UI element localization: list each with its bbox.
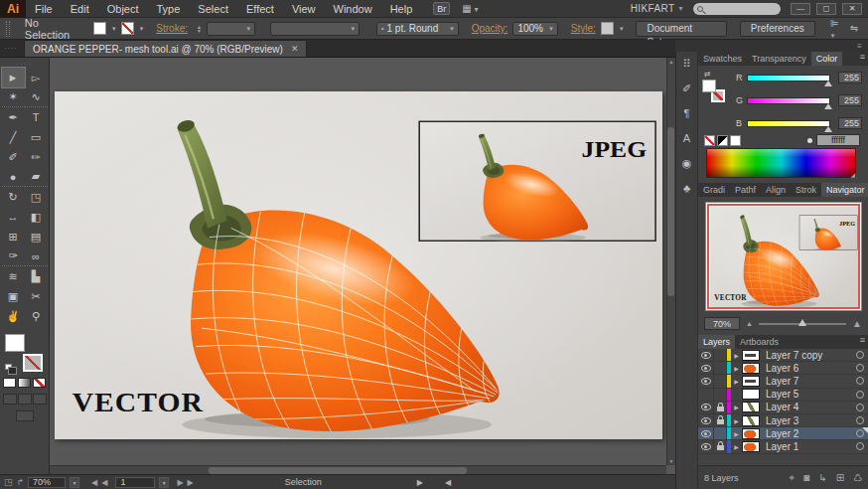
screen-mode-button[interactable] [16, 410, 34, 421]
color-guide-panel-icon[interactable]: ◉ [678, 155, 696, 171]
scroll-right-icon[interactable]: ▶ [417, 478, 423, 487]
gradient-tool[interactable]: ▤ [25, 227, 48, 246]
layer-thumbnail[interactable] [742, 389, 760, 400]
vertical-scroll-thumb[interactable] [667, 127, 674, 296]
layer-thumbnail[interactable] [742, 350, 760, 361]
none-button[interactable] [33, 378, 46, 388]
layer-thumbnail[interactable] [742, 376, 760, 387]
zoom-dropdown[interactable]: ▾ [70, 477, 79, 488]
chevron-down-icon[interactable]: ▾ [620, 25, 624, 33]
menu-item[interactable]: Select [189, 0, 237, 18]
color-slider-track[interactable] [747, 75, 830, 82]
eyedropper-tool[interactable]: ✑ [2, 246, 25, 266]
pencil-tool[interactable]: ✏ [25, 147, 48, 167]
bridge-button[interactable]: Br [433, 2, 450, 15]
type-tool[interactable]: T [25, 107, 48, 127]
menu-item[interactable]: Effect [237, 0, 283, 18]
panel-tab[interactable]: Pathf [730, 183, 761, 197]
hex-value-field[interactable]: ffffff [816, 134, 860, 146]
layer-thumbnail[interactable] [742, 428, 760, 439]
draw-normal-button[interactable] [3, 394, 17, 405]
symbols-panel-icon[interactable]: ⠿ [678, 56, 696, 72]
search-input[interactable] [693, 3, 781, 15]
blend-tool[interactable]: ∞ [25, 246, 48, 266]
layer-name[interactable]: Layer 7 copy [760, 350, 852, 361]
channel-value-field[interactable]: 255 [838, 117, 862, 129]
menu-item[interactable]: View [283, 0, 325, 18]
appearance-panel-icon[interactable]: ♣ [678, 180, 696, 196]
layer-row[interactable]: ▶ Layer 5 [698, 389, 868, 402]
canvas-area[interactable]: ▲ ▼ [50, 58, 675, 474]
zoom-slider[interactable] [759, 323, 846, 325]
layer-thumbnail[interactable] [742, 441, 760, 452]
horizontal-scrollbar[interactable] [50, 465, 666, 474]
expand-arrow-icon[interactable]: ▶ [731, 430, 742, 437]
color-slider-track[interactable] [747, 97, 830, 104]
visibility-cell[interactable] [698, 349, 714, 361]
target-icon[interactable] [856, 377, 864, 385]
panel-menu-icon[interactable]: ⇋ [850, 23, 858, 34]
layer-name[interactable]: Layer 3 [760, 415, 852, 426]
width-tool[interactable]: ↔ [2, 207, 25, 227]
maximize-button[interactable]: ◻ [816, 3, 836, 15]
locate-object-icon[interactable]: ⌖ [790, 472, 796, 484]
target-icon[interactable] [856, 364, 864, 372]
new-layer-icon[interactable]: ⊞ [836, 472, 844, 484]
panel-tab[interactable]: Layers [698, 335, 735, 349]
chevron-down-icon[interactable]: ▾ [112, 25, 116, 33]
pepper-artwork[interactable] [55, 91, 662, 439]
layer-name[interactable]: Layer 2 [760, 428, 852, 439]
fill-color-swatch[interactable] [702, 80, 716, 92]
layer-row[interactable]: ▶ Layer 2 [698, 427, 868, 440]
stroke-weight-select[interactable]: ▾ [207, 22, 255, 36]
close-icon[interactable]: ✕ [291, 44, 299, 54]
eye-icon[interactable] [701, 378, 711, 385]
hand-tool[interactable]: ✌ [2, 306, 25, 326]
navigator-zoom-field[interactable]: 70% [704, 317, 740, 330]
export-icon[interactable]: ↱ [17, 477, 25, 487]
visibility-cell[interactable] [698, 427, 714, 439]
layer-thumbnail[interactable] [742, 363, 760, 374]
white-swatch[interactable] [730, 135, 741, 146]
swap-colors-icon[interactable]: ⇄ [704, 70, 711, 79]
stroke-color-swatch[interactable] [23, 354, 43, 372]
menu-item[interactable]: Object [98, 0, 148, 18]
last-artboard-button[interactable]: ▶ [188, 478, 194, 487]
panel-tab[interactable]: Align [761, 183, 791, 197]
column-graph-tool[interactable]: ▙ [25, 266, 48, 286]
expand-arrow-icon[interactable]: ▶ [731, 378, 742, 385]
panel-tab[interactable]: Swatches [698, 52, 747, 66]
visibility-cell[interactable] [698, 414, 714, 426]
lock-cell[interactable] [714, 362, 727, 374]
target-icon[interactable] [856, 391, 864, 399]
target-icon[interactable] [856, 404, 864, 411]
eye-icon[interactable] [701, 443, 711, 450]
channel-value-field[interactable]: 255 [838, 72, 862, 83]
scroll-down-icon[interactable]: ▼ [669, 458, 674, 464]
panel-menu-icon[interactable]: ≡ [860, 335, 865, 349]
arrange-documents-icon[interactable]: ▦ ▾ [462, 3, 478, 14]
opacity-link[interactable]: Opacity: [472, 23, 508, 34]
eye-icon[interactable] [701, 352, 711, 359]
zoom-level-field[interactable]: 70% [28, 477, 66, 488]
stroke-color-swatch[interactable] [121, 22, 134, 35]
lock-cell[interactable] [714, 440, 727, 452]
color-slider-track[interactable] [747, 120, 830, 127]
blob-brush-tool[interactable]: ● [2, 167, 25, 187]
layer-row[interactable]: ▶ Layer 7 [698, 375, 868, 388]
next-artboard-button[interactable]: ▶ [177, 478, 183, 487]
mesh-tool[interactable]: ⊞ [2, 227, 25, 246]
menu-item[interactable]: Edit [62, 0, 98, 18]
target-icon[interactable] [856, 416, 864, 424]
proxy-view-box[interactable] [707, 204, 860, 309]
selection-tool[interactable]: ► [2, 68, 25, 87]
chevron-down-icon[interactable]: ▾ [140, 25, 144, 33]
none-swatch[interactable] [704, 135, 715, 146]
expand-arrow-icon[interactable]: ▶ [731, 352, 742, 359]
stroke-link[interactable]: Stroke: [156, 23, 188, 34]
color-spectrum[interactable]: ◢ [706, 148, 856, 178]
rectangle-tool[interactable]: ▭ [25, 127, 48, 147]
scroll-up-icon[interactable]: ▲ [669, 59, 674, 65]
lock-cell[interactable] [714, 427, 727, 439]
panel-tab[interactable]: Transparency [747, 52, 811, 66]
